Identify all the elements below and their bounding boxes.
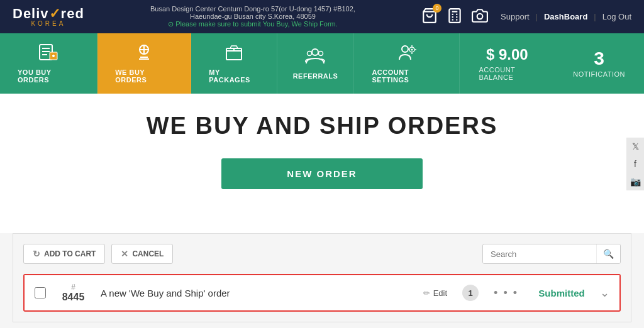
full-header: Deliv✓red KOREA Busan Design Center Cent…	[0, 0, 644, 33]
order-checkbox[interactable]	[35, 287, 46, 298]
toolbar-left: ↻ ADD TO CART ✕ CANCEL	[23, 244, 173, 264]
tab-we-buy-orders[interactable]: WE BUY ORDERS	[97, 33, 191, 94]
tab-my-packages-label: MY PACKAGES	[209, 68, 258, 84]
edit-label: Edit	[433, 288, 447, 298]
my-packages-icon	[224, 43, 244, 63]
orders-area: ↻ ADD TO CART ✕ CANCEL 🔍 # 8445 A new 'W…	[13, 233, 631, 322]
svg-point-24	[319, 52, 323, 56]
order-title: A new 'We Buy and Ship' order	[101, 288, 408, 298]
search-button[interactable]: 🔍	[596, 244, 620, 263]
table-row: # 8445 A new 'We Buy and Ship' order ✏ E…	[25, 275, 619, 310]
cancel-label: CANCEL	[132, 249, 164, 258]
facebook-icon[interactable]: f	[626, 155, 644, 173]
cancel-button[interactable]: ✕ CANCEL	[111, 244, 173, 264]
camera-icon[interactable]	[472, 8, 488, 26]
order-number: # 8445	[56, 283, 91, 303]
twitter-symbol: 𝕏	[632, 141, 639, 151]
tab-account-settings[interactable]: ACCOUNT SETTINGS	[354, 33, 460, 94]
new-order-button[interactable]: NEW ORDER	[221, 158, 423, 189]
address-line1: Busan Design Center Centum Dong-ro 57(or…	[109, 5, 396, 13]
item-count-badge[interactable]: 1	[462, 285, 479, 301]
tab-referrals[interactable]: REFERRALS	[277, 33, 355, 94]
logo[interactable]: Deliv✓red KOREA	[13, 7, 84, 27]
referrals-icon	[305, 47, 325, 67]
edit-icon: ✏	[423, 288, 430, 298]
cancel-icon: ✕	[121, 249, 128, 259]
social-sidebar: 𝕏 f 📷	[626, 138, 644, 190]
edit-button[interactable]: ✏ Edit	[418, 286, 452, 300]
notification-section[interactable]: 3 NOTIFICATION	[554, 33, 644, 94]
header-address: Busan Design Center Centum Dong-ro 57(or…	[109, 5, 396, 28]
logout-link[interactable]: Log Out	[602, 12, 631, 21]
notification-label: NOTIFICATION	[573, 70, 625, 78]
page-title: WE BUY AND SHIP ORDERS	[13, 112, 631, 139]
dashboard-link[interactable]: DashBoard	[544, 12, 587, 21]
you-buy-orders-icon	[38, 43, 58, 63]
instagram-icon[interactable]: 📷	[626, 173, 644, 190]
svg-point-9	[477, 13, 483, 19]
facebook-symbol: f	[634, 159, 636, 169]
orders-toolbar: ↻ ADD TO CART ✕ CANCEL 🔍	[23, 244, 621, 264]
account-balance-section[interactable]: $ 9.00 ACCOUNT BALANCE	[460, 33, 554, 94]
logo-korea: KOREA	[13, 21, 84, 27]
header-icons: 0	[421, 8, 488, 26]
svg-point-22	[312, 49, 318, 55]
search-input[interactable]	[483, 245, 596, 263]
logo-delivered: Deliv✓red	[13, 7, 84, 21]
instagram-symbol: 📷	[630, 177, 641, 187]
header-row: Deliv✓red KOREA Busan Design Center Cent…	[0, 0, 644, 33]
notification-count: 3	[594, 49, 604, 68]
nav-right-group: $ 9.00 ACCOUNT BALANCE 3 NOTIFICATION	[460, 33, 644, 94]
status-badge: Submitted	[533, 288, 590, 298]
add-to-cart-icon: ↻	[33, 249, 40, 259]
logo-v-icon: ✓	[49, 6, 61, 21]
main-content: WE BUY AND SHIP ORDERS NEW ORDER	[0, 94, 644, 233]
tab-account-settings-label: ACCOUNT SETTINGS	[372, 68, 441, 84]
order-id: 8445	[56, 292, 91, 303]
tab-you-buy-orders[interactable]: YOU BUY ORDERS	[0, 33, 97, 94]
account-balance-amount: $ 9.00	[486, 46, 528, 63]
more-options-button[interactable]: • • •	[489, 284, 523, 302]
cart-badge: 0	[433, 4, 441, 13]
header-notice: ⊙ Please make sure to submit You Buy, We…	[109, 20, 396, 28]
search-wrap: 🔍	[482, 244, 621, 264]
cart-icon-wrap[interactable]: 0	[421, 8, 438, 26]
address-line2: Haeundae-gu Busan city S.Korea, 48059	[109, 13, 396, 20]
logo-text: Deliv✓red KOREA	[13, 7, 84, 27]
expand-button[interactable]: ⌄	[600, 286, 609, 300]
tab-we-buy-orders-label: WE BUY ORDERS	[115, 68, 173, 84]
tab-referrals-label: REFERRALS	[293, 72, 338, 80]
tab-you-buy-orders-label: YOU BUY ORDERS	[18, 68, 79, 84]
order-row-wrapper: # 8445 A new 'We Buy and Ship' order ✏ E…	[23, 274, 621, 312]
header-nav-links: Support | DashBoard | Log Out	[501, 12, 631, 21]
support-link[interactable]: Support	[501, 12, 530, 21]
svg-point-25	[402, 46, 408, 52]
nav-tabs: YOU BUY ORDERS WE BUY ORDERS MY PACKAGES	[0, 33, 644, 94]
account-balance-label: ACCOUNT BALANCE	[479, 66, 535, 81]
tab-my-packages[interactable]: MY PACKAGES	[191, 33, 277, 94]
svg-point-23	[308, 52, 312, 56]
nav-divider2: |	[594, 12, 596, 21]
we-buy-orders-icon	[134, 43, 154, 63]
twitter-icon[interactable]: 𝕏	[626, 138, 644, 155]
nav-divider: |	[536, 12, 538, 21]
svg-point-27	[411, 49, 413, 51]
account-settings-icon	[397, 43, 417, 63]
add-to-cart-button[interactable]: ↻ ADD TO CART	[23, 244, 105, 264]
order-hash: #	[56, 283, 91, 292]
calculator-icon[interactable]	[447, 8, 463, 26]
add-to-cart-label: ADD TO CART	[44, 249, 96, 258]
